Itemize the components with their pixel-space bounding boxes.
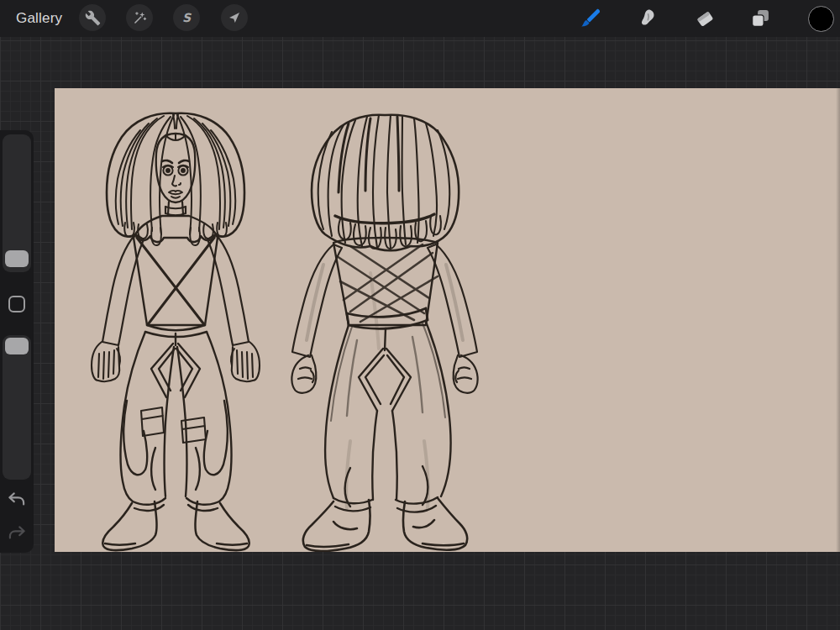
color-swatch-button[interactable] xyxy=(806,4,835,33)
smudge-icon xyxy=(636,7,659,30)
undo-button[interactable] xyxy=(6,489,28,511)
actions-button[interactable] xyxy=(79,4,106,31)
layers-icon xyxy=(748,7,772,30)
app-window: Gallery S xyxy=(0,0,840,630)
front-figure xyxy=(92,113,260,550)
paint-tool-button[interactable] xyxy=(576,4,605,33)
wrench-icon xyxy=(85,10,101,26)
eraser-icon xyxy=(693,7,717,30)
magic-wand-icon xyxy=(132,10,148,26)
character-sketch xyxy=(55,88,840,552)
top-toolbar: Gallery S xyxy=(0,0,840,37)
redo-arrow-icon xyxy=(6,522,28,544)
gallery-button[interactable]: Gallery xyxy=(16,10,62,27)
adjustments-button[interactable] xyxy=(126,4,153,31)
transform-button[interactable] xyxy=(221,4,248,31)
opacity-slider[interactable] xyxy=(3,335,31,480)
brush-size-handle[interactable] xyxy=(5,250,29,267)
selection-button[interactable]: S xyxy=(173,4,200,31)
paintbrush-icon xyxy=(578,6,603,31)
drawing-canvas[interactable] xyxy=(55,88,840,552)
undo-arrow-icon xyxy=(6,489,28,511)
brush-sidebar xyxy=(0,130,34,553)
modify-button[interactable] xyxy=(8,296,25,312)
color-swatch xyxy=(808,6,834,32)
back-figure xyxy=(291,115,477,551)
smudge-tool-button[interactable] xyxy=(633,4,662,33)
erase-tool-button[interactable] xyxy=(690,4,719,33)
redo-button[interactable] xyxy=(6,522,28,544)
svg-text:S: S xyxy=(182,11,192,24)
layers-button[interactable] xyxy=(746,4,774,33)
transform-arrow-icon xyxy=(227,10,242,25)
opacity-handle[interactable] xyxy=(5,338,29,354)
selection-s-icon: S xyxy=(178,9,195,26)
